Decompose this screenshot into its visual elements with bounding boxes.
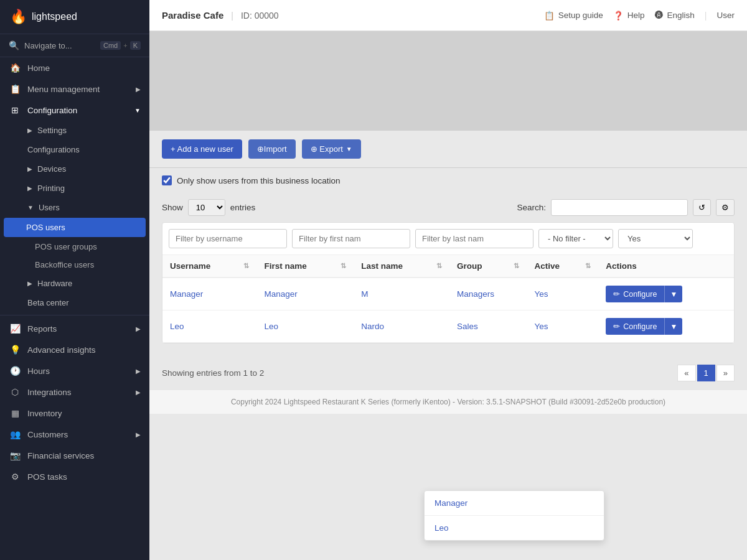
autocomplete-item-2[interactable]: Leo <box>425 516 604 540</box>
sidebar-item-inventory[interactable]: ▦ Inventory <box>0 403 149 424</box>
topbar-separator: | <box>231 11 233 21</box>
topbar-business-id: ID: 00000 <box>241 11 279 21</box>
sidebar-item-financial-services-label: Financial services <box>27 451 94 460</box>
configure-button-1[interactable]: ✏ Configure <box>606 286 664 302</box>
pos-tasks-icon: ⚙ <box>9 472 21 482</box>
sidebar-item-pos-users[interactable]: POS users <box>4 218 146 237</box>
setup-guide-button[interactable]: 📋 Setup guide <box>544 11 603 21</box>
username-link-2[interactable]: Leo <box>170 322 184 331</box>
cell-firstname-2: Leo <box>256 310 354 343</box>
sidebar-item-settings-label: Settings <box>37 126 67 135</box>
chevron-right-icon-settings: ▶ <box>27 127 32 134</box>
firstname-link-1[interactable]: Manager <box>264 289 297 299</box>
sidebar-item-backoffice-users[interactable]: Backoffice users <box>0 256 149 274</box>
lastname-link-1[interactable]: M <box>361 289 368 299</box>
sort-icon-lastname: ⇅ <box>436 262 442 270</box>
filter-group-select[interactable]: - No filter - Managers Sales <box>538 229 613 248</box>
table-row: Leo Leo Nardo Sales Yes ✏ Configure ▼ <box>162 310 734 343</box>
entries-count-select[interactable]: 10 25 50 100 <box>188 199 225 216</box>
filter-firstname-input[interactable] <box>292 229 410 248</box>
sidebar-item-hours[interactable]: 🕐 Hours ▶ <box>0 360 149 381</box>
export-dropdown-icon: ▼ <box>346 146 352 152</box>
sidebar-item-users[interactable]: ▼ Users <box>0 198 149 217</box>
sidebar-item-reports[interactable]: 📈 Reports ▶ <box>0 318 149 339</box>
pagination-prev-button[interactable]: « <box>677 365 695 381</box>
sidebar-item-printing[interactable]: ▶ Printing <box>0 179 149 198</box>
action-bar: + Add a new user ⊕Import ⊕ Export ▼ <box>149 131 747 168</box>
cell-actions-2: ✏ Configure ▼ <box>598 310 734 343</box>
sidebar-item-settings[interactable]: ▶ Settings <box>0 121 149 140</box>
filter-username-input[interactable] <box>169 229 287 248</box>
username-link-1[interactable]: Manager <box>170 289 203 299</box>
col-group[interactable]: Group ⇅ <box>449 255 527 278</box>
sidebar-item-customers-label: Customers <box>27 430 68 439</box>
location-filter-checkbox[interactable] <box>162 175 172 185</box>
content-area: + Add a new user ⊕Import ⊕ Export ▼ Only… <box>149 31 747 560</box>
configuration-icon: ⊞ <box>9 105 21 115</box>
location-filter-text: Only show users from this business locat… <box>177 176 341 185</box>
sidebar-item-financial-services[interactable]: 📷 Financial services <box>0 445 149 466</box>
col-lastname[interactable]: Last name ⇅ <box>354 255 449 278</box>
sidebar-item-configurations[interactable]: Configurations <box>0 140 149 159</box>
sidebar-search[interactable]: 🔍 Navigate to... Cmd + K <box>0 34 149 57</box>
search-label: Search: <box>517 203 546 212</box>
cell-lastname-2: Nardo <box>354 310 449 343</box>
configure-dropdown-2[interactable]: ▼ <box>664 318 682 335</box>
active-link-2[interactable]: Yes <box>534 322 548 331</box>
export-button[interactable]: ⊕ Export ▼ <box>302 139 361 159</box>
lastname-link-2[interactable]: Nardo <box>361 322 384 331</box>
import-button[interactable]: ⊕Import <box>248 139 296 159</box>
sidebar-item-pos-user-groups-label: POS user groups <box>35 242 97 251</box>
add-new-user-button[interactable]: + Add a new user <box>162 139 242 159</box>
sidebar-item-home[interactable]: 🏠 Home <box>0 57 149 78</box>
search-refresh-button[interactable]: ↺ <box>693 199 711 216</box>
search-settings-button[interactable]: ⚙ <box>716 199 735 216</box>
group-link-2[interactable]: Sales <box>457 322 478 331</box>
sidebar-item-beta-center[interactable]: Beta center <box>0 293 149 312</box>
active-link-1[interactable]: Yes <box>534 289 548 299</box>
sidebar-item-pos-tasks[interactable]: ⚙ POS tasks <box>0 466 149 487</box>
chevron-right-icon-reports: ▶ <box>136 325 141 332</box>
group-link-1[interactable]: Managers <box>457 289 494 299</box>
sidebar-item-pos-user-groups[interactable]: POS user groups <box>0 238 149 256</box>
col-username[interactable]: Username ⇅ <box>162 255 256 278</box>
col-firstname[interactable]: First name ⇅ <box>256 255 354 278</box>
sidebar-item-customers[interactable]: 👥 Customers ▶ <box>0 424 149 445</box>
col-active[interactable]: Active ⇅ <box>527 255 598 278</box>
gray-header-area <box>149 31 747 131</box>
autocomplete-item-1[interactable]: Manager <box>425 491 604 515</box>
sidebar-item-menu-management[interactable]: 📋 Menu management ▶ <box>0 78 149 100</box>
users-table: Username ⇅ First name ⇅ <box>162 255 734 343</box>
sidebar-item-hardware[interactable]: ▶ Hardware <box>0 274 149 293</box>
logo-text: lightspeed <box>32 11 77 22</box>
sort-icon-group: ⇅ <box>514 262 519 270</box>
user-menu-button[interactable]: User <box>716 11 735 20</box>
chevron-right-icon-hardware: ▶ <box>27 280 32 287</box>
sidebar-item-integrations[interactable]: ⬡ Integrations ▶ <box>0 381 149 403</box>
firstname-link-2[interactable]: Leo <box>264 322 278 331</box>
configure-button-2[interactable]: ✏ Configure <box>606 318 664 335</box>
configure-group-2: ✏ Configure ▼ <box>606 318 726 335</box>
pagination-buttons: « 1 » <box>677 365 735 381</box>
pagination-page-1-button[interactable]: 1 <box>697 365 715 381</box>
autocomplete-firstname-link-2[interactable]: Leo <box>435 523 449 533</box>
sidebar-item-pos-users-label: POS users <box>26 223 65 232</box>
language-button[interactable]: 🅐 English <box>655 11 695 20</box>
help-button[interactable]: ❓ Help <box>613 11 645 21</box>
sidebar-item-devices[interactable]: ▶ Devices <box>0 159 149 179</box>
search-input[interactable] <box>551 199 688 216</box>
col-actions: Actions <box>598 255 734 278</box>
topbar-right-actions: 📋 Setup guide ❓ Help 🅐 English | User <box>544 11 735 21</box>
filter-active-select[interactable]: Yes No - No filter - <box>618 229 693 248</box>
sidebar-item-pos-tasks-label: POS tasks <box>27 472 67 482</box>
configure-dropdown-1[interactable]: ▼ <box>664 286 682 302</box>
sidebar-item-menu-management-label: Menu management <box>27 85 100 94</box>
configure-group-1: ✏ Configure ▼ <box>606 286 726 302</box>
pagination-next-button[interactable]: » <box>716 365 735 381</box>
table-row: Manager Manager M Managers Yes ✏ Configu… <box>162 278 734 310</box>
help-icon: ❓ <box>613 11 624 21</box>
sidebar-item-advanced-insights[interactable]: 💡 Advanced insights <box>0 339 149 360</box>
autocomplete-firstname-link-1[interactable]: Manager <box>435 498 467 508</box>
filter-lastname-input[interactable] <box>415 229 533 248</box>
sidebar-item-configuration[interactable]: ⊞ Configuration ▼ <box>0 100 149 121</box>
